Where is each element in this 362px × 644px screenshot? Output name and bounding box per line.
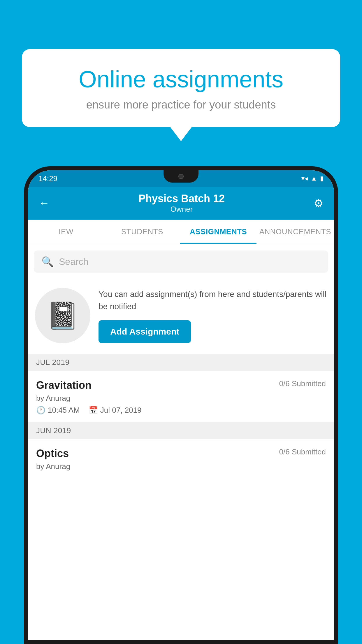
speech-bubble: Online assignments ensure more practice … bbox=[22, 49, 340, 127]
meta-date: 📅 Jul 07, 2019 bbox=[89, 406, 142, 415]
section-header-jul: JUL 2019 bbox=[28, 354, 334, 371]
assignment-submitted-optics: 0/6 Submitted bbox=[279, 447, 326, 456]
search-placeholder: Search bbox=[59, 256, 88, 267]
back-button[interactable]: ← bbox=[38, 197, 50, 209]
assignment-item-gravitation[interactable]: Gravitation 0/6 Submitted by Anurag 🕐 10… bbox=[28, 371, 334, 422]
content-area: 🔍 Search 📓 You can add assignment(s) fro… bbox=[28, 244, 334, 481]
assignment-author-optics: by Anurag bbox=[36, 462, 326, 471]
empty-description: You can add assignment(s) from here and … bbox=[99, 288, 327, 313]
header-subtitle: Owner bbox=[138, 205, 225, 214]
tab-students[interactable]: STUDENTS bbox=[104, 220, 180, 244]
phone-inner: 14:29 ▾◂ ▲ ▮ ← Physics Batch 12 Owner ⚙ … bbox=[28, 170, 334, 640]
empty-icon-circle: 📓 bbox=[35, 288, 90, 343]
speech-bubble-subtitle: ensure more practice for your students bbox=[42, 99, 320, 111]
assignment-top-row-optics: Optics 0/6 Submitted bbox=[36, 447, 326, 460]
status-time: 14:29 bbox=[38, 174, 57, 183]
assignment-item-optics[interactable]: Optics 0/6 Submitted by Anurag bbox=[28, 439, 334, 481]
tab-announcements[interactable]: ANNOUNCEMENTS bbox=[256, 220, 334, 244]
tabs-bar: IEW STUDENTS ASSIGNMENTS ANNOUNCEMENTS bbox=[28, 220, 334, 244]
assignment-top-row: Gravitation 0/6 Submitted bbox=[36, 379, 326, 391]
phone-frame: 14:29 ▾◂ ▲ ▮ ← Physics Batch 12 Owner ⚙ … bbox=[24, 166, 338, 644]
search-bar[interactable]: 🔍 Search bbox=[34, 251, 328, 273]
tab-iew[interactable]: IEW bbox=[28, 220, 104, 244]
assignment-name-optics: Optics bbox=[36, 447, 69, 460]
assignment-time: 10:45 AM bbox=[48, 406, 80, 415]
assignment-meta-gravitation: 🕐 10:45 AM 📅 Jul 07, 2019 bbox=[36, 406, 326, 415]
header-title: Physics Batch 12 bbox=[138, 192, 225, 205]
meta-time: 🕐 10:45 AM bbox=[36, 406, 80, 415]
assignment-author-gravitation: by Anurag bbox=[36, 394, 326, 403]
battery-icon: ▮ bbox=[320, 175, 324, 182]
section-header-jun: JUN 2019 bbox=[28, 422, 334, 439]
status-icons: ▾◂ ▲ ▮ bbox=[301, 175, 324, 182]
notch-camera bbox=[178, 174, 184, 179]
app-header: ← Physics Batch 12 Owner ⚙ bbox=[28, 187, 334, 220]
signal-icon: ▲ bbox=[311, 175, 317, 182]
speech-bubble-title: Online assignments bbox=[42, 66, 320, 92]
speech-bubble-container: Online assignments ensure more practice … bbox=[22, 49, 340, 127]
calendar-icon: 📅 bbox=[89, 406, 98, 415]
empty-state: 📓 You can add assignment(s) from here an… bbox=[28, 279, 334, 354]
notch bbox=[164, 170, 198, 183]
wifi-icon: ▾◂ bbox=[301, 175, 308, 182]
assignment-date: Jul 07, 2019 bbox=[100, 406, 142, 415]
assignment-submitted-gravitation: 0/6 Submitted bbox=[279, 379, 326, 388]
status-bar: 14:29 ▾◂ ▲ ▮ bbox=[28, 170, 334, 187]
search-icon: 🔍 bbox=[41, 256, 54, 267]
clock-icon: 🕐 bbox=[36, 406, 45, 415]
notebook-icon: 📓 bbox=[46, 300, 79, 331]
tab-assignments[interactable]: ASSIGNMENTS bbox=[180, 220, 256, 244]
gear-icon[interactable]: ⚙ bbox=[314, 197, 324, 210]
empty-content: You can add assignment(s) from here and … bbox=[99, 288, 327, 343]
assignment-name-gravitation: Gravitation bbox=[36, 379, 92, 391]
add-assignment-button[interactable]: Add Assignment bbox=[99, 320, 191, 343]
header-center: Physics Batch 12 Owner bbox=[138, 192, 225, 214]
